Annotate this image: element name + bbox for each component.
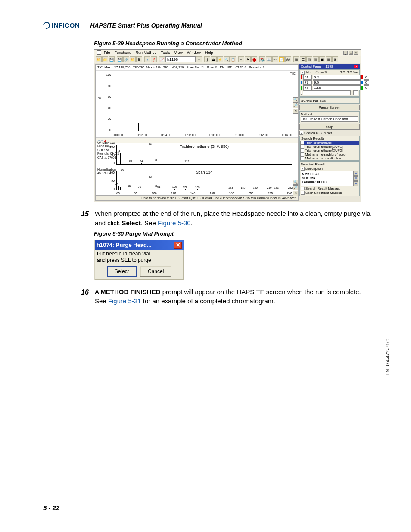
tb-layout2-icon[interactable]: ☰ <box>300 56 306 62</box>
tb-lib1-icon[interactable]: 📚 <box>259 56 265 62</box>
tb-print-icon[interactable]: 🖶 <box>136 56 142 62</box>
zoom-in-icon[interactable]: 🔍 <box>293 97 298 103</box>
dialog-title-bar: h1074: Purge Head... ✕ <box>95 240 184 250</box>
color-swatch[interactable] <box>301 86 302 90</box>
tb-layout5-icon[interactable]: ▣ <box>319 56 325 62</box>
dialog-close-icon[interactable]: ✕ <box>174 242 182 249</box>
result-description: NIST Hit #1: SI #: 956 Formula: CHCl3 <box>301 171 354 186</box>
minimize-icon[interactable]: _ <box>343 51 348 55</box>
tb-integrate-icon[interactable]: ∫ <box>204 56 210 62</box>
control-panel: Control Panel: h1198× ✓ Ma... I/Norm % R… <box>299 64 360 201</box>
logo-icon <box>42 21 51 30</box>
tb-folder-icon[interactable]: 📂 <box>130 56 136 62</box>
ss-masses-check[interactable] <box>301 191 305 195</box>
tb-stop-icon[interactable]: ⬤ <box>251 56 257 62</box>
search-nist-check[interactable]: ✓ <box>299 131 303 135</box>
step-text: When prompted at the end of the run, pla… <box>95 209 372 228</box>
panel-close-icon[interactable]: × <box>354 65 358 68</box>
tb-disk-icon[interactable]: 💾 <box>117 56 123 62</box>
norm-input[interactable] <box>313 75 361 80</box>
tb-nist-icon[interactable]: NIST <box>272 56 278 62</box>
chart-divider: △△▲ <box>96 137 298 143</box>
tb-help-icon[interactable]: ? <box>144 56 150 62</box>
maximize-icon[interactable]: □ <box>349 51 353 55</box>
color-swatch[interactable] <box>301 75 302 79</box>
tb-layout4-icon[interactable]: ▥ <box>313 56 319 62</box>
tb-layout3-icon[interactable]: ▤ <box>306 56 312 62</box>
menu-file[interactable]: File <box>104 50 110 55</box>
menu-tools[interactable]: Tools <box>161 50 170 55</box>
mass-input[interactable] <box>303 75 312 80</box>
color-swatch[interactable] <box>301 81 302 84</box>
document-title: HAPSITE Smart Plus Operating Manual <box>90 22 202 29</box>
spectra-plots[interactable]: 100500 Trichloromethane (SI #: 956) 47 6… <box>96 143 298 195</box>
tb-open2-icon[interactable]: 📁 <box>102 56 108 62</box>
menu-window[interactable]: Window <box>187 50 201 55</box>
library-spectrum-plot: 100500 Trichloromethane (SI #: 956) 47 6… <box>116 143 292 169</box>
tb-chart-icon[interactable]: 📈 <box>159 56 165 62</box>
tb-save-icon[interactable]: 💾 <box>109 56 115 62</box>
menu-help[interactable]: Help <box>205 50 213 55</box>
zoom-reset-icon[interactable]: ⇲ <box>293 191 298 196</box>
pause-button[interactable]: Pause Screen <box>299 105 360 110</box>
result-item[interactable]: ✓Trichloromethane <box>300 141 359 145</box>
tb-auto-icon[interactable]: ⚡ <box>217 56 223 62</box>
result-item[interactable]: Trichloromethane[DUP2] <box>300 149 359 152</box>
step-16: 16 A METHOD FINISHED prompt will appear … <box>79 287 372 306</box>
menu-view[interactable]: View <box>174 50 183 55</box>
tb-about-icon[interactable]: ❓ <box>151 56 157 62</box>
close-icon[interactable]: × <box>354 51 358 55</box>
menu-runmethod[interactable]: Run Method <box>136 50 157 55</box>
status-bar: Data to be saved to file C:\Smart IQ\h11… <box>96 195 298 200</box>
tb-report-icon[interactable]: 📄 <box>279 56 285 62</box>
chart-area: TIC_Max = 37,149,776 : TIC/TIC_Max × 1% … <box>95 64 299 201</box>
figure-29-caption: Figure 5-29 Headspace Running a Concentr… <box>94 40 372 47</box>
zoom-out-icon[interactable]: 🔎 <box>293 185 298 190</box>
zoom-reset-icon[interactable]: ⇲ <box>293 109 298 114</box>
menu-functions[interactable]: Functions <box>115 50 131 55</box>
tb-file-input[interactable] <box>165 56 196 62</box>
result-item[interactable]: Trichloromethane[DUP1] <box>300 145 359 149</box>
menubar: File Functions Run Method Tools View Win… <box>94 50 361 56</box>
y-axis-label: % <box>98 96 101 100</box>
tb-lib2-icon[interactable]: 📖 <box>266 56 272 62</box>
sr-masses-check[interactable] <box>301 187 305 190</box>
result-item[interactable]: Methane, bromodichloro- <box>300 156 359 160</box>
step-15: 15 When prompted at the end of the run, … <box>79 209 372 228</box>
scroll-down-icon[interactable]: ▼ <box>354 181 358 186</box>
method-group-label: Method <box>301 112 358 116</box>
zoom-out-icon[interactable]: 🔎 <box>293 103 298 108</box>
mass-header-check[interactable]: ✓ <box>301 71 305 75</box>
method-name: HSS 15 Min Carbon Conc mth <box>301 116 358 122</box>
description-check[interactable]: ✓ <box>301 167 305 171</box>
result-item[interactable]: Methane, tetrachlorofluoro- <box>300 152 359 156</box>
zoom-in-icon[interactable]: 🔍 <box>293 180 298 185</box>
tb-clip-icon[interactable]: 📋 <box>230 56 236 62</box>
tb-peak-icon[interactable]: ⛰ <box>211 56 217 62</box>
tb-tree-icon[interactable]: 品 <box>285 56 291 62</box>
side-label: IPN 074-472-P1C <box>385 339 390 377</box>
figure-link[interactable]: Figure 5-30 <box>158 219 191 227</box>
stop-button[interactable]: Stop <box>299 124 360 130</box>
y-axis-ticks: 100 80 60 40 20 0 <box>104 73 111 131</box>
mode-label: GC/MS Full Scan <box>299 97 360 104</box>
cancel-button[interactable]: Cancel <box>140 266 171 277</box>
tb-layout1-icon[interactable]: ▦ <box>293 56 299 62</box>
logo-text: INFICON <box>52 22 80 29</box>
chromatogram-plot[interactable]: % 100 80 60 40 20 0 <box>96 71 298 137</box>
tb-zoom-icon[interactable]: 🔍 <box>224 56 230 62</box>
scroll-up-icon[interactable]: ▲ <box>354 171 358 176</box>
x-axis-ticks: 0:00.00 0:02.00 0:04.00 0:06.00 0:08.00 … <box>113 134 292 137</box>
tb-link-icon[interactable]: 🔗 <box>123 56 129 62</box>
tb-flag-icon[interactable]: ⚑ <box>245 56 251 62</box>
tb-ec-icon[interactable]: EC <box>238 56 244 62</box>
tb-dropdown-icon[interactable]: ▾ <box>196 56 202 62</box>
figure-link[interactable]: Figure 5-31 <box>108 297 141 305</box>
tb-open-icon[interactable]: 📂 <box>96 56 102 62</box>
toolbar: 📂 📁 💾 💾 🔗 📂 🖶 ? ❓ 📈 ▾ ∫ ⛰ ⚡ 🔍 📋 EC ⚑ ⬤ <box>94 56 361 63</box>
step-number: 16 <box>79 287 89 306</box>
tb-layout6-icon[interactable]: ▦ <box>326 56 332 62</box>
select-button[interactable]: Select <box>107 266 137 277</box>
tb-layout7-icon[interactable]: ⊞ <box>332 56 338 62</box>
scroll-mid-icon[interactable]: ≡ <box>354 176 358 181</box>
